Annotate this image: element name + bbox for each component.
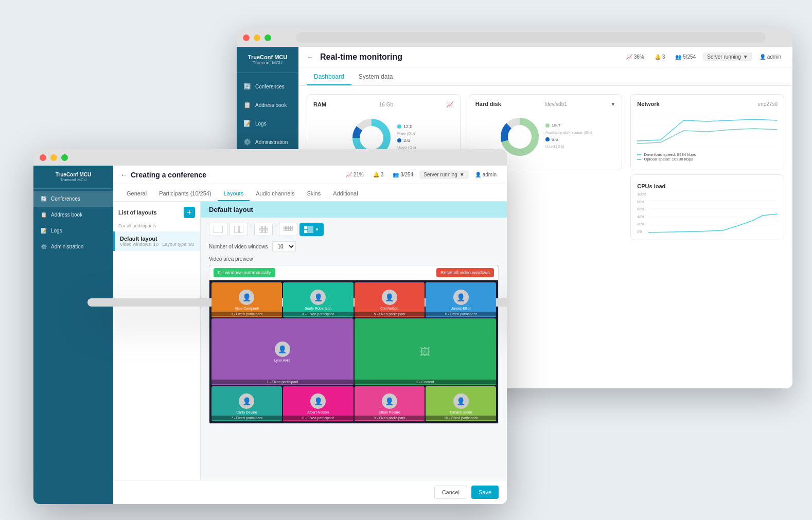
disk-dropdown-icon[interactable]: ▼ — [610, 101, 615, 107]
layout-style-btn-4[interactable] — [279, 223, 297, 236]
grid-5-label: ▼ — [315, 227, 319, 232]
layout-style-btn-3[interactable] — [254, 223, 273, 236]
svg-rect-18 — [239, 226, 243, 233]
user-icon-back: 👤 — [760, 54, 766, 60]
cell-label-1: 3 - Fixed participant — [211, 312, 282, 316]
cancel-button[interactable]: Cancel — [434, 486, 467, 499]
front-window: TrueConf MCU Trueconf MCU 🔄 Conferences … — [33, 149, 507, 504]
maximize-btn-back[interactable] — [264, 34, 271, 41]
video-cell-7[interactable]: 👤 Carla Devine 7 - Fixed participant — [211, 386, 282, 421]
video-cell-2[interactable]: 👤 Soule Robertson 4 - Fixed participant — [283, 282, 354, 317]
sidebar-item-logs-front[interactable]: 📝 Logs — [33, 223, 113, 239]
layout-toolbar: - - — [209, 223, 499, 236]
user-badge-back: 👤 admin — [756, 53, 784, 61]
back-topbar: ← Real-time monitoring 📈 36% 🔔 3 👥 5/254… — [298, 47, 792, 67]
trend-icon-front: 📈 — [346, 172, 352, 177]
tab-skins[interactable]: Skins — [301, 187, 327, 201]
tab-additional[interactable]: Additional — [327, 187, 364, 201]
sidebar-item-logs-back[interactable]: 📝 Logs — [237, 114, 298, 133]
content-icon: 🖼 — [420, 346, 430, 358]
cpu-stat-back: 📈 36% — [623, 53, 647, 61]
logs-icon-back: 📝 — [243, 119, 251, 128]
address-bar-back[interactable] — [296, 32, 766, 43]
avatar-8: 👤 — [310, 393, 326, 409]
cell-name-3: Clid Nelson — [380, 307, 399, 310]
back-arrow-icon[interactable]: ← — [307, 53, 314, 61]
video-cell-6[interactable]: 🖼 2 - Content — [355, 318, 497, 385]
tab-dashboard[interactable]: Dashboard — [307, 69, 351, 85]
tab-participants[interactable]: Participants (10/254) — [153, 187, 218, 201]
save-button[interactable]: Save — [471, 486, 499, 499]
server-status-label-back: Server running — [707, 54, 741, 60]
back-app-name: TrueConf MCU — [242, 54, 293, 60]
avatar-4: 👤 — [453, 290, 469, 305]
sidebar-item-addressbook-front[interactable]: 📋 Address book — [33, 207, 113, 223]
alerts-value-front: 3 — [381, 172, 384, 177]
cell-name-1: Alice Campbell — [235, 307, 259, 310]
video-count-row: Number of video windows 10 — [209, 241, 499, 252]
ram-legend: 12.0 Free (Gb) 2.6 Used (Gb) — [397, 124, 416, 152]
video-cell-5[interactable]: 👤 Lynn Avila 1 - Fixed participant — [211, 318, 354, 385]
tab-system-data[interactable]: System data — [351, 69, 400, 85]
maximize-btn-front[interactable] — [61, 154, 68, 161]
sidebar-item-admin-front[interactable]: ⚙️ Administration — [33, 239, 113, 255]
tab-audio-channels[interactable]: Audio channels — [250, 187, 301, 201]
reset-windows-button[interactable]: Reset all video windows — [436, 268, 494, 277]
vap-topbar: Fill windows automatically Reset all vid… — [209, 265, 498, 280]
network-line-chart — [637, 110, 778, 151]
back-titlebar — [237, 28, 792, 47]
close-btn-front[interactable] — [40, 154, 46, 161]
cell-label-2: 4 - Fixed participant — [283, 312, 354, 316]
front-main: ← Creating a conference 📈 21% 🔔 3 👥 3/25… — [113, 166, 507, 504]
bell-icon-back: 🔔 — [655, 54, 661, 60]
addressbook-icon-back: 📋 — [243, 101, 251, 109]
back-page-title: Real-time monitoring — [320, 52, 402, 62]
minimize-btn-back[interactable] — [254, 34, 260, 41]
video-cell-10[interactable]: 👤 Tamara Glenn 10 - Fixed participant — [426, 386, 496, 421]
cell-name-10: Tamara Glenn — [450, 410, 472, 414]
video-cell-8[interactable]: 👤 Albert Nelson 8 - Fixed participant — [283, 386, 354, 421]
video-cell-4[interactable]: 👤 James Elliot 6 - Fixed participant — [426, 282, 496, 317]
layout-style-btn-5[interactable]: ▼ — [299, 223, 324, 236]
minimize-btn-front[interactable] — [50, 154, 57, 161]
alerts-stat-front: 🔔 3 — [370, 171, 387, 178]
video-cell-3[interactable]: 👤 Clid Nelson 5 - Fixed participant — [355, 282, 425, 317]
bell-icon-front: 🔔 — [373, 172, 379, 177]
fill-windows-button[interactable]: Fill windows automatically — [214, 268, 275, 277]
video-cell-9[interactable]: 👤 Ethan Pollard 9 - Fixed participant — [355, 386, 425, 421]
sidebar-item-conferences-front[interactable]: 🔄 Conferences — [33, 191, 113, 207]
server-status-back[interactable]: Server running ▼ — [703, 52, 752, 61]
layout-style-btn-1[interactable] — [209, 223, 227, 236]
tab-layouts[interactable]: Layouts — [218, 187, 250, 201]
sidebar-item-admin-back[interactable]: ⚙️ Administration — [237, 133, 298, 151]
logs-label-back: Logs — [255, 121, 267, 127]
cell-name-4: James Elliot — [451, 307, 471, 310]
logs-icon-front: 📝 — [41, 228, 47, 234]
front-back-arrow-icon[interactable]: ← — [120, 171, 128, 179]
svg-rect-19 — [259, 226, 261, 229]
server-status-front[interactable]: Server running ▼ — [419, 170, 469, 179]
front-sidebar-menu: 🔄 Conferences 📋 Address book 📝 Logs ⚙️ A… — [33, 189, 113, 255]
front-app-name: TrueConf MCU — [39, 172, 108, 177]
ram-used-label: 2.6 — [403, 138, 410, 143]
layout-style-btn-2[interactable] — [230, 223, 248, 236]
network-download-label: Download speed: 9984 kbps — [637, 152, 778, 157]
layout-item-name: Default layout — [120, 236, 195, 242]
video-cell-1[interactable]: 👤 Alice Campbell 3 - Fixed participant — [211, 282, 282, 317]
ram-free-label: 12.0 — [403, 124, 413, 129]
svg-rect-21 — [266, 226, 268, 229]
video-count-select[interactable]: 10 — [272, 241, 296, 252]
front-tabs: General Participants (10/254) Layouts Au… — [113, 184, 507, 202]
sidebar-item-addressbook-back[interactable]: 📋 Address book — [237, 96, 298, 114]
front-body: List of layouts + For all participants D… — [113, 202, 507, 480]
sidebar-item-conferences-back[interactable]: 🔄 Conferences — [237, 77, 298, 96]
tab-general[interactable]: General — [120, 187, 153, 201]
svg-rect-31 — [289, 228, 291, 230]
cell-label-4: 6 - Fixed participant — [426, 312, 496, 316]
add-layout-button[interactable]: + — [184, 207, 195, 218]
close-btn-back[interactable] — [243, 34, 250, 41]
footer-bar: Cancel Save — [113, 480, 507, 504]
avatar-5: 👤 — [275, 342, 290, 357]
grid-2-icon — [234, 226, 243, 233]
layout-item-default[interactable]: Default layout Video windows: 10 Layout … — [113, 231, 200, 251]
